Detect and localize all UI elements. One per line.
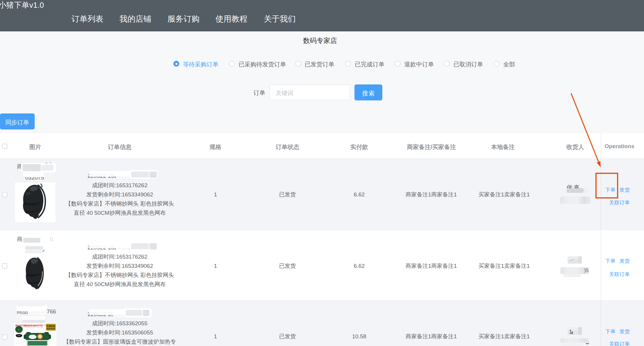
svg-text:收藏加购: 收藏加购 <box>47 325 55 327</box>
svg-text:优先发货: 优先发货 <box>46 327 55 330</box>
